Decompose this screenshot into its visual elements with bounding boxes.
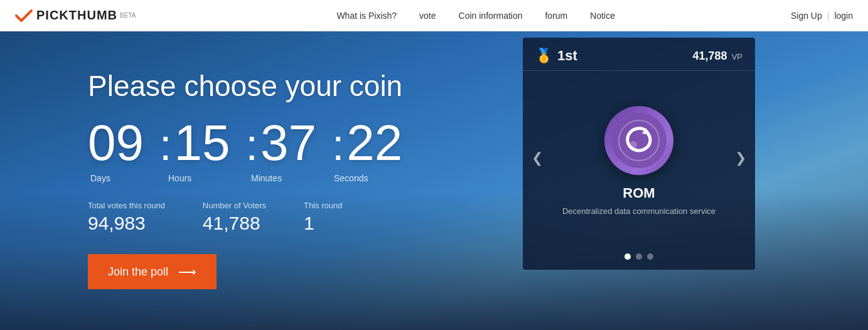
auth-links: Sign Up | login: [791, 11, 853, 21]
stat-round: This round 1: [304, 201, 342, 234]
card-rank: 🥇 1st: [535, 48, 577, 64]
svg-point-2: [630, 141, 637, 149]
vp-label: VP: [732, 52, 742, 61]
coin-name: ROM: [623, 185, 655, 201]
login-link[interactable]: login: [834, 11, 853, 21]
card-nav-right[interactable]: ❯: [730, 145, 751, 171]
card-header: 🥇 1st 41,788 VP: [523, 38, 755, 71]
dot-3[interactable]: [647, 253, 653, 260]
auth-separator: |: [827, 11, 830, 21]
label-minutes: Minutes: [251, 173, 320, 183]
countdown-days: 09: [88, 118, 157, 168]
dot-2[interactable]: [636, 253, 642, 260]
label-days: Days: [88, 173, 157, 183]
countdown-minutes: 37: [260, 118, 330, 168]
main-nav: What is Pixish? vote Coin information fo…: [161, 11, 791, 21]
countdown-sep-2: :: [245, 122, 257, 169]
logo-beta: BETA: [120, 12, 136, 19]
stat-voters: Number of Voters 41,788: [203, 201, 266, 234]
card-vp: 41,788 VP: [693, 50, 742, 63]
vp-value: 41,788: [693, 50, 727, 62]
logo-icon: [15, 9, 33, 23]
nav-item-notice[interactable]: Notice: [590, 11, 615, 21]
card-body: ❮ ROM Decentralized data communication s…: [523, 71, 755, 245]
dot-1[interactable]: [624, 253, 631, 260]
join-poll-label: Join the poll: [108, 265, 168, 279]
stat-round-label: This round: [304, 201, 342, 210]
countdown-sep-3: :: [332, 122, 344, 169]
stat-voters-label: Number of Voters: [203, 201, 266, 210]
coin-logo-svg: [611, 112, 667, 169]
nav-item-vote[interactable]: vote: [419, 11, 436, 21]
coin-desc: Decentralized data communication service: [562, 206, 715, 216]
arrow-icon: ⟶: [178, 264, 196, 279]
stat-total-votes-label: Total votes this round: [88, 201, 165, 210]
join-poll-button[interactable]: Join the poll ⟶: [88, 254, 217, 289]
stat-round-value: 1: [304, 213, 342, 234]
coin-logo: [604, 106, 673, 175]
stat-voters-value: 41,788: [203, 213, 266, 234]
countdown-seconds: 22: [346, 118, 415, 168]
label-seconds: Seconds: [334, 173, 403, 183]
card-dots: [523, 245, 755, 270]
header: PICKTHUMB BETA What is Pixish? vote Coin…: [0, 0, 868, 31]
countdown-hours: 15: [174, 118, 243, 168]
countdown-sep-1: :: [159, 122, 171, 169]
stat-total-votes: Total votes this round 94,983: [88, 201, 165, 234]
medal-icon: 🥇: [535, 48, 552, 64]
coin-card: 🥇 1st 41,788 VP ❮ ROM Dec: [523, 38, 755, 270]
stat-total-votes-value: 94,983: [88, 213, 165, 234]
hero-section: Please choose your coin 09 : 15 : 37 : 2…: [0, 31, 868, 330]
logo-text: PICKTHUMB: [36, 8, 117, 23]
label-hours: Hours: [168, 173, 237, 183]
signup-link[interactable]: Sign Up: [791, 11, 822, 21]
nav-item-forum[interactable]: forum: [545, 11, 567, 21]
nav-item-coin-information[interactable]: Coin information: [459, 11, 523, 21]
nav-item-what-is-pixish[interactable]: What is Pixish?: [336, 11, 397, 21]
svg-point-0: [611, 113, 667, 168]
card-nav-left[interactable]: ❮: [527, 145, 548, 171]
rank-text: 1st: [557, 48, 577, 64]
logo[interactable]: PICKTHUMB BETA: [15, 8, 136, 23]
